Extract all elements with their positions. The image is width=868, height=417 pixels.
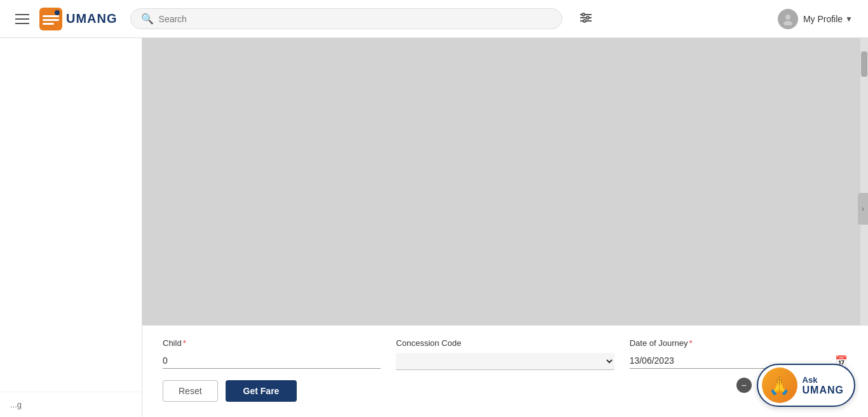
chatbot-figure: 🙏 xyxy=(762,367,797,403)
svg-rect-2 xyxy=(43,19,59,21)
header: UMANG 🔍 My Profile ▼ xyxy=(0,0,868,38)
chatbot-bubble[interactable]: 🙏 Ask UMANG xyxy=(757,364,855,407)
child-input[interactable] xyxy=(163,353,381,369)
main-content: ...g Child* Concession Code xyxy=(0,38,868,417)
svg-rect-3 xyxy=(43,23,54,25)
right-edge-arrow[interactable]: › xyxy=(858,193,868,225)
menu-button[interactable] xyxy=(10,9,34,29)
concession-code-select[interactable] xyxy=(396,353,614,370)
profile-menu[interactable]: My Profile ▼ xyxy=(773,6,858,32)
logo-text: UMANG xyxy=(66,11,118,26)
child-field-group: Child* xyxy=(163,338,381,370)
minus-icon: − xyxy=(741,380,746,390)
chatbot-area: − 🙏 Ask UMANG xyxy=(736,364,855,407)
umang-logo-icon xyxy=(39,8,62,30)
filter-button[interactable] xyxy=(575,7,597,30)
concession-code-label: Concession Code xyxy=(396,338,614,348)
profile-label: My Profile xyxy=(803,14,843,24)
reset-button[interactable]: Reset xyxy=(163,380,218,402)
chatbot-umang-label: UMANG xyxy=(803,385,844,396)
sidebar-bottom-item: ...g xyxy=(0,392,142,417)
sidebar: ...g xyxy=(0,38,142,417)
search-icon: 🔍 xyxy=(141,13,154,25)
chatbot-close-button[interactable]: − xyxy=(736,378,752,393)
child-label: Child* xyxy=(163,338,381,348)
svg-point-11 xyxy=(785,15,790,20)
svg-rect-1 xyxy=(43,15,59,17)
svg-point-4 xyxy=(55,10,60,15)
content-area: Child* Concession Code Date of Journey* xyxy=(142,38,868,417)
search-bar[interactable]: 🔍 xyxy=(130,8,562,29)
chevron-down-icon: ▼ xyxy=(845,15,853,23)
svg-point-10 xyxy=(583,20,586,22)
svg-point-8 xyxy=(582,13,585,16)
filter-icon xyxy=(579,11,593,25)
date-required-star: * xyxy=(689,338,692,348)
svg-point-12 xyxy=(783,21,792,25)
logo[interactable]: UMANG xyxy=(39,8,118,30)
search-input[interactable] xyxy=(159,14,552,24)
svg-point-9 xyxy=(587,17,589,19)
scrollbar-track[interactable] xyxy=(860,38,868,325)
concession-code-field-group: Concession Code xyxy=(396,338,614,370)
chatbot-text-wrap: Ask UMANG xyxy=(803,375,844,396)
date-of-journey-label: Date of Journey* xyxy=(630,338,848,348)
scrollbar-thumb[interactable] xyxy=(861,51,867,77)
avatar xyxy=(778,9,798,29)
get-fare-button[interactable]: Get Fare xyxy=(226,380,297,402)
chatbot-ask-label: Ask xyxy=(803,375,844,385)
map-area xyxy=(142,38,868,325)
child-required-star: * xyxy=(183,338,186,348)
